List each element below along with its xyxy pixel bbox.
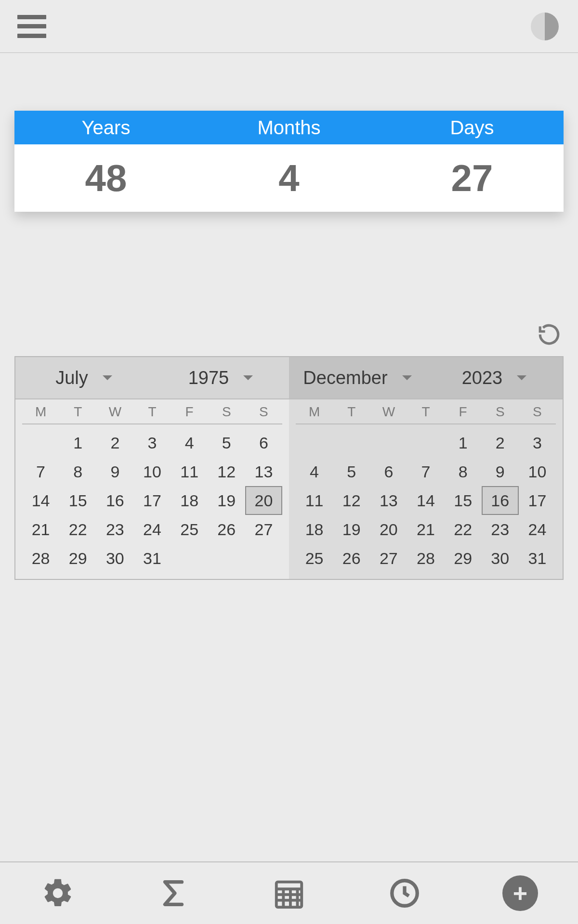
day-cell[interactable]: 27 xyxy=(245,515,282,544)
day-cell[interactable]: 26 xyxy=(208,515,245,544)
dow-row-right: MTWTFSS xyxy=(296,404,556,424)
day-cell[interactable]: 3 xyxy=(519,428,556,457)
clock-tab[interactable] xyxy=(347,876,462,910)
day-cell[interactable]: 21 xyxy=(407,515,444,544)
day-cell[interactable]: 14 xyxy=(407,486,444,515)
day-cell[interactable]: 28 xyxy=(22,544,59,573)
calendar-tab[interactable] xyxy=(231,876,347,910)
day-cell[interactable]: 22 xyxy=(59,515,96,544)
add-tab[interactable]: + xyxy=(462,875,578,911)
day-cell[interactable]: 3 xyxy=(133,428,171,457)
day-cell[interactable]: 30 xyxy=(96,544,133,573)
calendar-left: July 1975 MTWTFSS 1234567891011121314151… xyxy=(15,357,289,579)
dow-label: T xyxy=(333,404,370,420)
settings-tab[interactable] xyxy=(0,876,116,910)
day-cell[interactable]: 21 xyxy=(22,515,59,544)
day-cell[interactable]: 31 xyxy=(133,544,171,573)
dow-label: T xyxy=(59,404,96,420)
day-cell[interactable]: 18 xyxy=(296,515,333,544)
sum-tab[interactable] xyxy=(116,876,231,910)
day-cell[interactable]: 23 xyxy=(482,515,519,544)
day-cell-empty xyxy=(22,428,59,457)
day-cell[interactable]: 6 xyxy=(370,457,407,486)
dow-label: W xyxy=(96,404,133,420)
day-cell[interactable]: 13 xyxy=(245,457,282,486)
day-cell[interactable]: 25 xyxy=(171,515,208,544)
day-cell[interactable]: 10 xyxy=(133,457,171,486)
day-cell[interactable]: 10 xyxy=(519,457,556,486)
day-cell[interactable]: 16 xyxy=(482,486,519,515)
month-select-right[interactable]: December xyxy=(289,357,426,398)
result-card: Years Months Days 48 4 27 xyxy=(14,111,564,212)
day-cell[interactable]: 9 xyxy=(482,457,519,486)
menu-icon[interactable] xyxy=(17,15,46,38)
day-cell[interactable]: 29 xyxy=(445,544,482,573)
day-cell[interactable]: 17 xyxy=(519,486,556,515)
result-value-years: 48 xyxy=(14,156,197,200)
day-cell[interactable]: 20 xyxy=(245,486,282,515)
day-cell[interactable]: 12 xyxy=(208,457,245,486)
day-cell[interactable]: 18 xyxy=(171,486,208,515)
dow-label: W xyxy=(370,404,407,420)
day-cell[interactable]: 24 xyxy=(519,515,556,544)
day-cell[interactable]: 2 xyxy=(482,428,519,457)
dow-label: F xyxy=(445,404,482,420)
chevron-down-icon xyxy=(517,375,526,380)
day-cell[interactable]: 28 xyxy=(407,544,444,573)
day-grid-left: 1234567891011121314151617181920212223242… xyxy=(22,428,282,573)
dow-label: M xyxy=(296,404,333,420)
day-cell[interactable]: 22 xyxy=(445,515,482,544)
dow-label: S xyxy=(519,404,556,420)
dow-label: M xyxy=(22,404,59,420)
day-cell[interactable]: 29 xyxy=(59,544,96,573)
day-cell[interactable]: 7 xyxy=(407,457,444,486)
theme-toggle-icon[interactable] xyxy=(531,13,559,40)
day-cell[interactable]: 24 xyxy=(133,515,171,544)
day-cell[interactable]: 17 xyxy=(133,486,171,515)
day-cell[interactable]: 5 xyxy=(333,457,370,486)
day-cell[interactable]: 25 xyxy=(296,544,333,573)
day-cell[interactable]: 12 xyxy=(333,486,370,515)
chevron-down-icon xyxy=(243,375,253,380)
dow-label: S xyxy=(245,404,282,420)
dow-label: T xyxy=(133,404,171,420)
day-cell[interactable]: 1 xyxy=(445,428,482,457)
day-cell[interactable]: 15 xyxy=(445,486,482,515)
day-cell[interactable]: 11 xyxy=(296,486,333,515)
year-select-right-label: 2023 xyxy=(462,368,503,388)
day-cell[interactable]: 14 xyxy=(22,486,59,515)
day-cell[interactable]: 2 xyxy=(96,428,133,457)
dow-label: T xyxy=(407,404,444,420)
day-cell[interactable]: 15 xyxy=(59,486,96,515)
day-cell[interactable]: 23 xyxy=(96,515,133,544)
day-cell[interactable]: 11 xyxy=(171,457,208,486)
day-cell[interactable]: 5 xyxy=(208,428,245,457)
day-cell[interactable]: 27 xyxy=(370,544,407,573)
day-cell[interactable]: 19 xyxy=(208,486,245,515)
dow-label: F xyxy=(171,404,208,420)
chevron-down-icon xyxy=(402,375,412,380)
day-cell[interactable]: 30 xyxy=(482,544,519,573)
result-label-years: Years xyxy=(14,117,197,139)
day-cell[interactable]: 20 xyxy=(370,515,407,544)
day-cell[interactable]: 9 xyxy=(96,457,133,486)
day-cell[interactable]: 4 xyxy=(171,428,208,457)
day-cell[interactable]: 13 xyxy=(370,486,407,515)
year-select-left[interactable]: 1975 xyxy=(152,357,289,398)
day-cell[interactable]: 16 xyxy=(96,486,133,515)
day-cell[interactable]: 8 xyxy=(445,457,482,486)
day-cell[interactable]: 26 xyxy=(333,544,370,573)
refresh-icon[interactable] xyxy=(537,322,561,346)
day-cell[interactable]: 8 xyxy=(59,457,96,486)
day-cell[interactable]: 31 xyxy=(519,544,556,573)
day-cell-empty xyxy=(296,428,333,457)
month-select-left[interactable]: July xyxy=(15,357,152,398)
day-cell[interactable]: 19 xyxy=(333,515,370,544)
year-select-right[interactable]: 2023 xyxy=(426,357,563,398)
day-cell[interactable]: 1 xyxy=(59,428,96,457)
day-cell[interactable]: 6 xyxy=(245,428,282,457)
day-cell-empty xyxy=(407,428,444,457)
day-cell[interactable]: 4 xyxy=(296,457,333,486)
day-cell[interactable]: 7 xyxy=(22,457,59,486)
sigma-icon xyxy=(157,876,190,910)
